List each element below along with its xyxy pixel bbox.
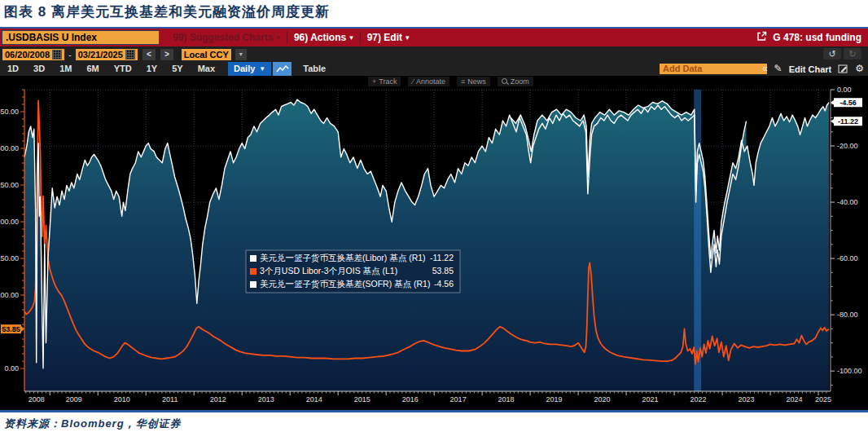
svg-text:2024: 2024 xyxy=(787,395,803,404)
caret-down-icon[interactable]: ▾ xyxy=(235,49,247,60)
svg-text:美元兑一篮子货币互换基差(SOFR) 基点 (R1): 美元兑一篮子货币互换基差(SOFR) 基点 (R1) xyxy=(260,279,430,289)
svg-text:2010: 2010 xyxy=(114,395,130,404)
page: 图表 8 离岸美元互换基差和美元融资溢价周度更新 .USDBASIS U Ind… xyxy=(0,0,868,441)
currency-select[interactable]: Local CCY xyxy=(182,49,231,60)
svg-text:250.00: 250.00 xyxy=(0,181,19,189)
security-input[interactable]: .USDBASIS U Index xyxy=(2,30,160,45)
caret-down-icon: ▾ xyxy=(276,33,280,42)
svg-text:150.00: 150.00 xyxy=(0,254,19,262)
period-button-1m[interactable]: 1M xyxy=(52,62,79,76)
svg-text:2015: 2015 xyxy=(354,395,370,404)
annotate-icon: ∕ xyxy=(412,77,414,86)
date-to-input[interactable]: 03/21/2025 xyxy=(76,49,138,60)
caret-down-icon: ▼ xyxy=(259,62,265,76)
svg-text:2009: 2009 xyxy=(66,395,82,404)
caret-down-icon: ▾ xyxy=(406,33,410,42)
date-range-separator: - xyxy=(68,50,72,60)
news-icon: ≡ xyxy=(461,77,465,86)
menu-actions-label: 96) Actions xyxy=(294,32,346,43)
figure-title: 图表 8 离岸美元互换基差和美元融资溢价周度更新 xyxy=(4,2,330,21)
legend: 美元兑一篮子货币互换基差(Libor) 基点 (R1)-11.223个月USD … xyxy=(246,250,460,293)
svg-text:2011: 2011 xyxy=(162,395,178,404)
svg-text:2020: 2020 xyxy=(594,395,611,404)
period-button-5y[interactable]: 5Y xyxy=(164,62,190,76)
svg-text:2008: 2008 xyxy=(28,395,45,404)
svg-text:-11.22: -11.22 xyxy=(430,253,454,262)
chevron-right-icon[interactable]: > xyxy=(160,49,173,60)
edit-chart-icon[interactable] xyxy=(838,64,848,75)
svg-text:0.00: 0.00 xyxy=(837,86,852,94)
svg-text:-4.56: -4.56 xyxy=(434,279,454,289)
legend-row[interactable]: 美元兑一篮子货币互换基差(Libor) 基点 (R1)-11.22 xyxy=(250,253,454,262)
menu-suggested-charts[interactable]: 99) Suggested Charts ▾ xyxy=(166,29,287,46)
window-tag: G 478: usd funding xyxy=(773,32,861,43)
zoom-icon xyxy=(502,78,508,85)
undo-icon[interactable]: ↺ xyxy=(823,48,841,60)
period-button-max[interactable]: Max xyxy=(191,62,222,76)
table-button[interactable]: Table xyxy=(292,62,337,76)
edit-chart-button[interactable]: Edit Chart xyxy=(789,64,832,74)
menu-edit-label: 97) Edit xyxy=(367,32,402,43)
source-note: 资料来源：Bloomberg，华创证券 xyxy=(4,417,182,431)
period-button-3d[interactable]: 3D xyxy=(26,62,52,76)
chevron-left-icon[interactable]: < xyxy=(142,49,156,60)
svg-text:2021: 2021 xyxy=(642,395,659,404)
menu-actions[interactable]: 96) Actions ▾ xyxy=(287,29,360,46)
svg-text:-40.00: -40.00 xyxy=(837,198,858,206)
bloomberg-terminal: .USDBASIS U Index 99) Suggested Charts ▾… xyxy=(0,27,868,410)
svg-text:-4.56: -4.56 xyxy=(840,99,857,107)
svg-text:53.85: 53.85 xyxy=(2,325,20,333)
svg-text:2025: 2025 xyxy=(815,395,831,404)
frequency-value: Daily xyxy=(234,62,255,76)
svg-text:2019: 2019 xyxy=(546,395,563,404)
track-button[interactable]: + Track xyxy=(368,77,401,86)
date-toolbar: 06/20/2008 - 03/21/2025 < > Local CCY ▾ … xyxy=(0,46,868,62)
redo-icon[interactable]: ↻ xyxy=(844,48,861,60)
svg-text:2022: 2022 xyxy=(690,395,707,404)
annotate-button[interactable]: ∕ Annotate xyxy=(408,77,449,86)
line-chart-icon[interactable] xyxy=(273,62,292,76)
calendar-icon[interactable] xyxy=(52,50,62,60)
period-button-1y[interactable]: 1Y xyxy=(139,62,164,76)
svg-text:-20.00: -20.00 xyxy=(837,142,858,150)
svg-text:2012: 2012 xyxy=(210,395,226,404)
bottom-border xyxy=(0,410,868,412)
svg-text:53.85: 53.85 xyxy=(432,266,454,276)
pencil-icon: ✎ xyxy=(774,62,783,76)
period-toolbar: 1D3D1M6MYTD1Y5YMax Daily ▼ Table Add Dat… xyxy=(0,62,868,76)
svg-text:2017: 2017 xyxy=(450,395,467,404)
menu-suggested-charts-label: 99) Suggested Charts xyxy=(173,32,273,43)
svg-text:200.00: 200.00 xyxy=(0,218,19,226)
add-data-input[interactable]: Add Data xyxy=(660,64,767,74)
caret-down-icon: ▾ xyxy=(349,33,353,42)
export-icon[interactable] xyxy=(756,31,767,44)
currency-value: Local CCY xyxy=(184,49,229,60)
terminal-header-bar: .USDBASIS U Index 99) Suggested Charts ▾… xyxy=(0,29,868,46)
menu-edit[interactable]: 97) Edit ▾ xyxy=(361,29,416,46)
period-button-ytd[interactable]: YTD xyxy=(107,62,139,76)
period-button-1d[interactable]: 1D xyxy=(0,62,26,76)
svg-text:350.00: 350.00 xyxy=(0,108,19,116)
svg-text:-11.22: -11.22 xyxy=(838,117,858,126)
news-button[interactable]: ≡ News xyxy=(457,77,490,86)
svg-text:-80.00: -80.00 xyxy=(837,311,858,319)
chart-canvas[interactable]: 350.00300.00250.00200.00150.00100.000.00… xyxy=(0,76,868,410)
svg-text:2013: 2013 xyxy=(258,395,274,404)
date-from-value: 06/20/2008 xyxy=(5,49,50,60)
svg-text:2023: 2023 xyxy=(739,395,755,404)
svg-text:2018: 2018 xyxy=(498,395,515,404)
svg-text:3个月USD Libor-3个月OIS 基点 (L1): 3个月USD Libor-3个月OIS 基点 (L1) xyxy=(260,266,397,276)
svg-text:2016: 2016 xyxy=(402,395,419,404)
svg-text:100.00: 100.00 xyxy=(0,291,19,299)
period-button-6m[interactable]: 6M xyxy=(79,62,106,76)
legend-row[interactable]: 美元兑一篮子货币互换基差(SOFR) 基点 (R1)-4.56 xyxy=(250,279,454,289)
frequency-select[interactable]: Daily ▼ xyxy=(228,62,271,76)
date-to-value: 03/21/2025 xyxy=(78,49,123,60)
gear-icon[interactable]: ⚙ xyxy=(855,62,864,76)
date-from-input[interactable]: 06/20/2008 xyxy=(2,49,64,60)
collapse-icon[interactable]: « xyxy=(762,62,768,76)
period-buttons: 1D3D1M6MYTD1Y5YMax xyxy=(0,62,222,76)
calendar-icon[interactable] xyxy=(125,50,135,60)
zoom-button[interactable]: Zoom xyxy=(498,77,533,86)
chart-area[interactable]: 350.00300.00250.00200.00150.00100.000.00… xyxy=(0,76,868,410)
